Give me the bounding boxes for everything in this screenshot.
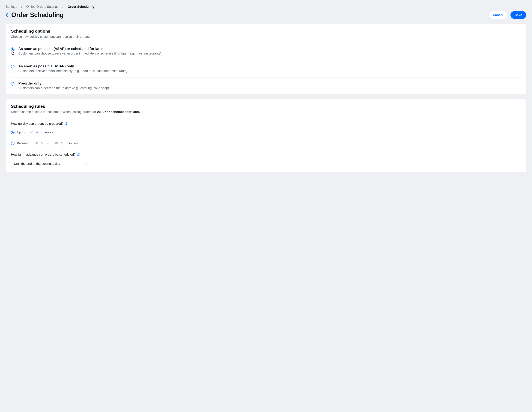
svg-point-5 <box>66 123 67 123</box>
advance-question: How far in advance can orders be schedul… <box>11 153 76 156</box>
svg-point-11 <box>78 154 79 154</box>
back-button[interactable] <box>6 13 8 17</box>
stepper-down-icon[interactable] <box>41 143 43 145</box>
pointer-cursor-icon <box>10 53 14 56</box>
upto-label-post: minutes <box>42 131 53 134</box>
between-min-stepper[interactable]: 20 <box>32 140 44 147</box>
option-title: Preorder only <box>18 81 109 85</box>
info-icon[interactable] <box>77 153 80 156</box>
scheduling-options-card: Scheduling options Choose how quickly cu… <box>6 24 526 94</box>
option-title: As soon as possible (ASAP) only <box>18 64 127 68</box>
between-max-value: 40 <box>54 141 59 145</box>
stepper-down-icon[interactable] <box>36 132 38 134</box>
radio-selected[interactable] <box>11 47 14 56</box>
svg-rect-12 <box>78 154 79 156</box>
radio-selected[interactable] <box>11 131 14 134</box>
option-description: Customers can choose to receive an order… <box>18 51 162 56</box>
svg-point-2 <box>11 65 14 68</box>
upto-label-pre: Up to <box>17 131 25 134</box>
stepper-up-icon[interactable] <box>36 131 38 132</box>
advance-schedule-value: Until the end of the business day <box>14 162 60 166</box>
radio-unselected[interactable] <box>11 141 14 145</box>
option-description: Customers can order for a future date (e… <box>18 86 109 91</box>
save-button[interactable]: Save <box>511 11 526 19</box>
chevron-right-icon <box>21 6 22 8</box>
scheduling-rules-subtitle: Determine the options for customers when… <box>11 110 521 114</box>
svg-point-1 <box>12 48 14 50</box>
between-label-post: minutes <box>66 141 78 145</box>
upto-minutes-value: 30 <box>30 131 34 134</box>
svg-rect-6 <box>66 124 67 125</box>
scheduling-option-asap-or-later[interactable]: As soon as possible (ASAP) or scheduled … <box>11 43 521 60</box>
upto-minutes-stepper[interactable]: 30 <box>27 129 39 136</box>
scheduling-option-preorder-only[interactable]: Preorder only Customers can order for a … <box>11 77 521 94</box>
scheduling-options-subtitle: Choose how quickly customers can receive… <box>11 34 521 39</box>
svg-point-9 <box>11 142 14 145</box>
chevron-down-icon <box>85 163 88 165</box>
between-max-stepper[interactable]: 40 <box>52 140 64 147</box>
prep-between-option[interactable]: Between 20 to 40 <box>11 140 521 147</box>
scheduling-option-asap-only[interactable]: As soon as possible (ASAP) only Customer… <box>11 60 521 77</box>
stepper-up-icon[interactable] <box>41 142 43 143</box>
info-icon[interactable] <box>65 122 68 126</box>
between-min-value: 20 <box>34 141 39 145</box>
page-title: Order Scheduling <box>11 11 64 19</box>
option-description: Customers receive orders immediately (e.… <box>18 69 127 73</box>
scheduling-rules-card: Scheduling rules Determine the options f… <box>6 99 526 172</box>
chevron-right-icon <box>62 6 64 8</box>
option-title: As soon as possible (ASAP) or scheduled … <box>18 47 162 51</box>
radio-unselected[interactable] <box>11 65 14 73</box>
breadcrumb-settings[interactable]: Settings <box>6 5 17 9</box>
scheduling-options-title: Scheduling options <box>11 29 521 34</box>
prep-time-question: How quickly can orders be prepared? <box>11 122 64 126</box>
breadcrumb-online-orders-settings[interactable]: Online Orders Settings <box>26 5 58 9</box>
svg-point-8 <box>12 131 14 133</box>
stepper-up-icon[interactable] <box>61 142 63 143</box>
prep-upto-option[interactable]: Up to 30 minutes <box>11 129 521 136</box>
scheduling-rules-title: Scheduling rules <box>11 104 521 109</box>
between-to-label: to <box>47 141 49 145</box>
svg-point-3 <box>11 82 14 85</box>
breadcrumb: Settings Online Orders Settings Order Sc… <box>6 5 526 9</box>
breadcrumb-current: Order Scheduling <box>68 5 94 9</box>
between-label-pre: Between <box>17 141 29 145</box>
radio-unselected[interactable] <box>11 82 14 91</box>
cancel-button[interactable]: Cancel <box>488 11 508 19</box>
advance-schedule-select[interactable]: Until the end of the business day <box>11 160 90 168</box>
stepper-down-icon[interactable] <box>61 143 63 145</box>
